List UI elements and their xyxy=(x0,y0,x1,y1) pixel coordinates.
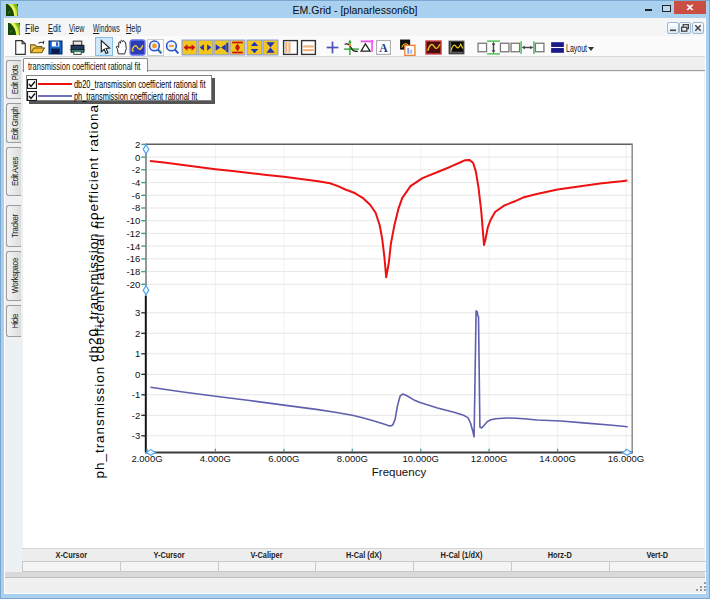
svg-text:-6: -6 xyxy=(132,190,140,201)
svg-text:-10: -10 xyxy=(127,215,141,226)
svg-text:-8: -8 xyxy=(132,202,140,213)
svg-text:-3: -3 xyxy=(132,430,140,441)
svg-text:A: A xyxy=(379,42,388,55)
svg-text:8.000G: 8.000G xyxy=(337,453,368,464)
svg-text:12.000G: 12.000G xyxy=(471,453,507,464)
svg-text:-2: -2 xyxy=(132,164,140,175)
svg-text:ph_transmission coefficient ra: ph_transmission coefficient rational fit xyxy=(92,216,107,479)
svg-text:-2: -2 xyxy=(132,410,140,421)
svg-text:6.000G: 6.000G xyxy=(268,453,299,464)
svg-text:-20: -20 xyxy=(127,279,141,290)
svg-text:14.000G: 14.000G xyxy=(539,453,575,464)
svg-text:3: 3 xyxy=(135,307,140,318)
svg-text:-18: -18 xyxy=(127,266,141,277)
svg-text:4.000G: 4.000G xyxy=(200,453,231,464)
svg-text:10.000G: 10.000G xyxy=(402,453,438,464)
svg-text:2: 2 xyxy=(135,139,140,150)
svg-text:2.000G: 2.000G xyxy=(131,453,162,464)
svg-text:-4: -4 xyxy=(132,177,140,188)
svg-text:0: 0 xyxy=(135,152,140,163)
svg-text:-14: -14 xyxy=(127,241,141,252)
svg-text:2: 2 xyxy=(135,328,140,339)
svg-text:-12: -12 xyxy=(127,228,141,239)
svg-text:Frequency: Frequency xyxy=(372,466,427,478)
svg-text:0: 0 xyxy=(135,369,140,380)
svg-text:-16: -16 xyxy=(127,253,141,264)
svg-text:-1: -1 xyxy=(132,389,140,400)
svg-text:1: 1 xyxy=(135,348,140,359)
